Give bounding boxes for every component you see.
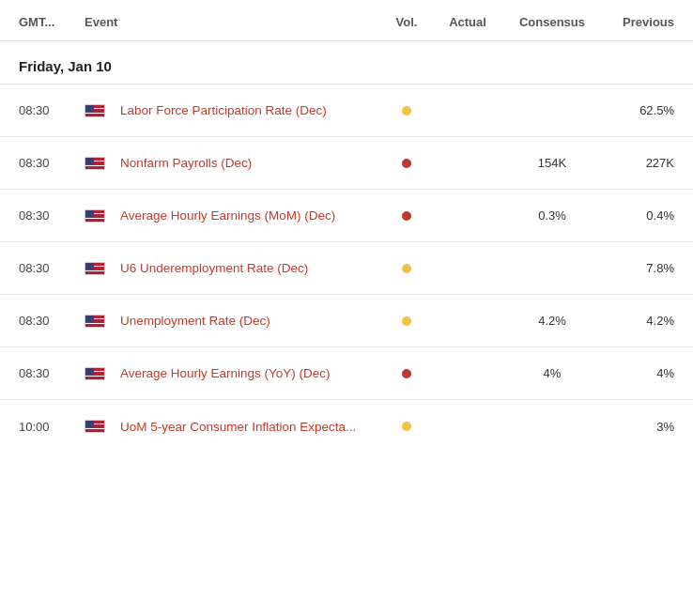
volatility-dot-icon — [402, 159, 411, 168]
volatility-dot-icon — [402, 369, 411, 378]
us-flag-icon — [85, 315, 105, 328]
row-previous: 4.2% — [599, 314, 674, 328]
row-volatility — [383, 316, 430, 326]
us-flag-icon — [85, 420, 105, 433]
table-row: 08:30 Average Hourly Earnings (MoM) (Dec… — [0, 190, 693, 242]
volatility-dot-icon — [402, 211, 411, 221]
table-row: 10:00 UoM 5-year Consumer Inflation Expe… — [0, 400, 693, 453]
row-event-name[interactable]: Labor Force Participation Rate (Dec) — [113, 103, 383, 117]
row-event-name[interactable]: Nonfarm Payrolls (Dec) — [113, 156, 383, 170]
row-volatility — [383, 106, 430, 116]
row-previous: 62.5% — [599, 103, 674, 117]
row-volatility — [383, 369, 430, 378]
row-previous: 3% — [599, 420, 674, 434]
header-vol: Vol. — [383, 15, 430, 29]
us-flag-icon — [85, 209, 105, 223]
row-consensus: 0.3% — [505, 208, 599, 223]
section-date: Friday, Jan 10 — [0, 41, 693, 85]
row-flag — [85, 262, 113, 275]
table-row: 08:30 Average Hourly Earnings (YoY) (Dec… — [0, 347, 693, 400]
row-flag — [85, 104, 113, 117]
row-event-name[interactable]: Average Hourly Earnings (MoM) (Dec) — [113, 208, 383, 223]
table-body: 08:30 Labor Force Participation Rate (De… — [0, 85, 693, 453]
economic-calendar-table: GMT... Event Vol. Actual Consensus Previ… — [0, 0, 693, 616]
row-volatility — [383, 159, 430, 168]
us-flag-icon — [85, 104, 105, 117]
table-row: 08:30 Labor Force Participation Rate (De… — [0, 85, 693, 137]
table-header: GMT... Event Vol. Actual Consensus Previ… — [0, 0, 693, 41]
row-time: 08:30 — [19, 261, 85, 275]
header-gmt: GMT... — [19, 15, 85, 29]
row-event-name[interactable]: UoM 5-year Consumer Inflation Expecta... — [113, 420, 383, 434]
row-time: 08:30 — [19, 103, 85, 117]
table-row: 08:30 Unemployment Rate (Dec) 4.2% 4.2% — [0, 295, 693, 347]
row-volatility — [383, 422, 430, 431]
row-previous: 0.4% — [599, 208, 674, 223]
us-flag-icon — [85, 157, 105, 170]
row-flag — [85, 157, 113, 170]
row-event-name[interactable]: Average Hourly Earnings (YoY) (Dec) — [113, 366, 383, 380]
row-volatility — [383, 211, 430, 221]
volatility-dot-icon — [402, 264, 411, 273]
row-consensus: 4% — [505, 366, 599, 380]
row-previous: 7.8% — [599, 261, 674, 275]
row-time: 08:30 — [19, 314, 85, 328]
row-previous: 4% — [599, 366, 674, 380]
row-flag — [85, 367, 113, 380]
row-consensus: 4.2% — [505, 314, 599, 328]
volatility-dot-icon — [402, 422, 411, 431]
header-consensus: Consensus — [505, 15, 599, 29]
row-previous: 227K — [599, 156, 674, 170]
row-event-name[interactable]: U6 Underemployment Rate (Dec) — [113, 261, 383, 275]
volatility-dot-icon — [402, 316, 411, 326]
row-flag — [85, 420, 113, 433]
table-row: 08:30 Nonfarm Payrolls (Dec) 154K 227K — [0, 137, 693, 190]
header-actual: Actual — [430, 15, 505, 29]
row-time: 08:30 — [19, 208, 85, 223]
table-row: 08:30 U6 Underemployment Rate (Dec) 7.8% — [0, 242, 693, 295]
us-flag-icon — [85, 367, 105, 380]
us-flag-icon — [85, 262, 105, 275]
row-time: 10:00 — [19, 420, 85, 434]
row-flag — [85, 315, 113, 328]
volatility-dot-icon — [402, 106, 411, 116]
header-previous: Previous — [599, 15, 674, 29]
row-time: 08:30 — [19, 366, 85, 380]
row-volatility — [383, 264, 430, 273]
row-flag — [85, 209, 113, 223]
row-consensus: 154K — [505, 156, 599, 170]
row-time: 08:30 — [19, 156, 85, 170]
row-event-name[interactable]: Unemployment Rate (Dec) — [113, 314, 383, 328]
header-event: Event — [85, 15, 383, 29]
